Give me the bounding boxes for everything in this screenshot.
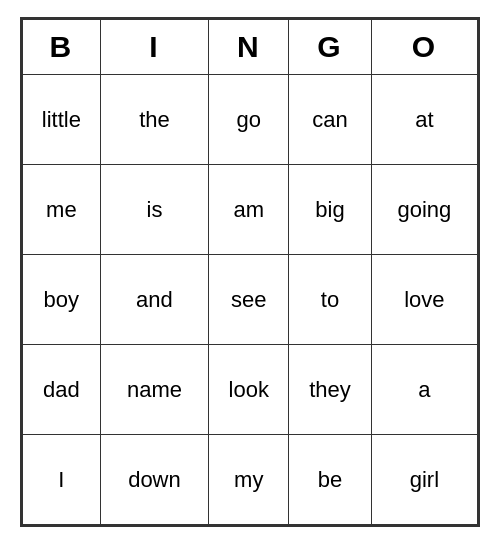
cell-r2-c4: love xyxy=(371,255,477,345)
cell-r4-c2: my xyxy=(209,435,289,525)
cell-r3-c4: a xyxy=(371,345,477,435)
table-row: boyandseetolove xyxy=(23,255,478,345)
cell-r1-c3: big xyxy=(289,165,371,255)
cell-r3-c2: look xyxy=(209,345,289,435)
cell-r2-c2: see xyxy=(209,255,289,345)
bingo-card: B I N G O littlethegocanatmeisambiggoing… xyxy=(20,17,480,527)
cell-r4-c0: I xyxy=(23,435,101,525)
cell-r4-c4: girl xyxy=(371,435,477,525)
cell-r0-c3: can xyxy=(289,75,371,165)
cell-r0-c2: go xyxy=(209,75,289,165)
table-row: meisambiggoing xyxy=(23,165,478,255)
cell-r0-c4: at xyxy=(371,75,477,165)
table-row: dadnamelooktheya xyxy=(23,345,478,435)
header-row: B I N G O xyxy=(23,20,478,75)
table-row: littlethegocanat xyxy=(23,75,478,165)
cell-r1-c4: going xyxy=(371,165,477,255)
cell-r3-c1: name xyxy=(100,345,209,435)
cell-r3-c0: dad xyxy=(23,345,101,435)
cell-r1-c0: me xyxy=(23,165,101,255)
cell-r2-c3: to xyxy=(289,255,371,345)
header-i: I xyxy=(100,20,209,75)
cell-r2-c1: and xyxy=(100,255,209,345)
cell-r4-c3: be xyxy=(289,435,371,525)
cell-r1-c2: am xyxy=(209,165,289,255)
header-g: G xyxy=(289,20,371,75)
header-n: N xyxy=(209,20,289,75)
cell-r0-c1: the xyxy=(100,75,209,165)
cell-r0-c0: little xyxy=(23,75,101,165)
header-b: B xyxy=(23,20,101,75)
header-o: O xyxy=(371,20,477,75)
cell-r1-c1: is xyxy=(100,165,209,255)
cell-r4-c1: down xyxy=(100,435,209,525)
table-row: Idownmybegirl xyxy=(23,435,478,525)
bingo-table: B I N G O littlethegocanatmeisambiggoing… xyxy=(22,19,478,525)
cell-r3-c3: they xyxy=(289,345,371,435)
cell-r2-c0: boy xyxy=(23,255,101,345)
